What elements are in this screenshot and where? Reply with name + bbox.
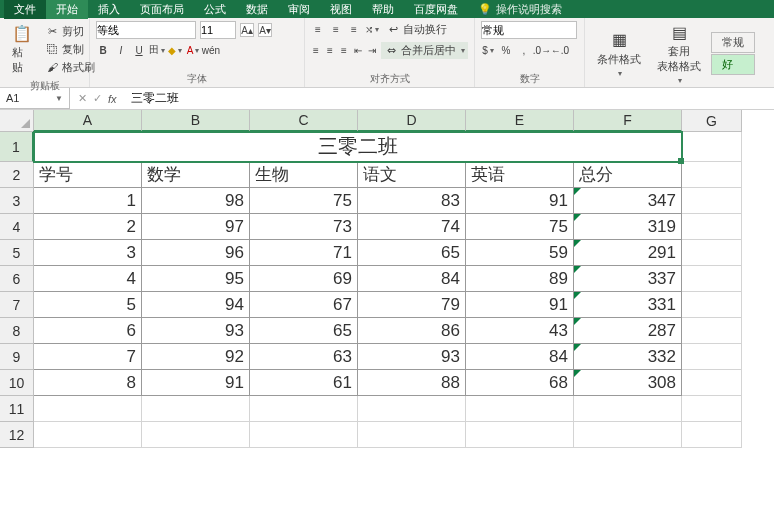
cell-D2[interactable]: 语文	[358, 162, 466, 188]
row-header-5[interactable]: 5	[0, 240, 34, 266]
cell-D7[interactable]: 79	[358, 292, 466, 318]
tab-百度网盘[interactable]: 百度网盘	[404, 0, 468, 19]
cell-E10[interactable]: 68	[466, 370, 574, 396]
cell-F9[interactable]: 332	[574, 344, 682, 370]
row-header-9[interactable]: 9	[0, 344, 34, 370]
cell-A8[interactable]: 6	[34, 318, 142, 344]
cell-E6[interactable]: 89	[466, 266, 574, 292]
increase-font-button[interactable]: A▴	[240, 23, 254, 37]
cell-E7[interactable]: 91	[466, 292, 574, 318]
cell-C11[interactable]	[250, 396, 358, 422]
cell-E5[interactable]: 59	[466, 240, 574, 266]
cell-B11[interactable]	[142, 396, 250, 422]
cell-D8[interactable]: 86	[358, 318, 466, 344]
column-header-C[interactable]: C	[250, 110, 358, 132]
cell-E2[interactable]: 英语	[466, 162, 574, 188]
row-header-6[interactable]: 6	[0, 266, 34, 292]
style-good[interactable]: 好	[711, 54, 755, 75]
cell-A1[interactable]: 三零二班	[34, 132, 682, 162]
cell-A3[interactable]: 1	[34, 188, 142, 214]
row-header-7[interactable]: 7	[0, 292, 34, 318]
phonetic-button[interactable]: wén	[204, 43, 218, 57]
paste-button[interactable]: 📋 粘贴	[6, 21, 38, 77]
column-header-D[interactable]: D	[358, 110, 466, 132]
cell-E8[interactable]: 43	[466, 318, 574, 344]
cell-G2[interactable]	[682, 162, 742, 188]
cell-A10[interactable]: 8	[34, 370, 142, 396]
cell-G11[interactable]	[682, 396, 742, 422]
name-box[interactable]: A1 ▼	[0, 88, 70, 109]
cell-D5[interactable]: 65	[358, 240, 466, 266]
cell-G9[interactable]	[682, 344, 742, 370]
bold-button[interactable]: B	[96, 43, 110, 57]
cell-F2[interactable]: 总分	[574, 162, 682, 188]
decrease-font-button[interactable]: A▾	[258, 23, 272, 37]
row-header-8[interactable]: 8	[0, 318, 34, 344]
cell-F10[interactable]: 308	[574, 370, 682, 396]
cell-E12[interactable]	[466, 422, 574, 448]
cell-C9[interactable]: 63	[250, 344, 358, 370]
tab-开始[interactable]: 开始	[46, 0, 88, 19]
fill-color-button[interactable]: ◆	[168, 43, 182, 57]
cell-E4[interactable]: 75	[466, 214, 574, 240]
cell-F3[interactable]: 347	[574, 188, 682, 214]
cell-C3[interactable]: 75	[250, 188, 358, 214]
cell-B3[interactable]: 98	[142, 188, 250, 214]
cell-C8[interactable]: 65	[250, 318, 358, 344]
column-header-B[interactable]: B	[142, 110, 250, 132]
cell-G6[interactable]	[682, 266, 742, 292]
format-as-table-button[interactable]: ▤套用 表格格式	[651, 20, 707, 87]
cell-C5[interactable]: 71	[250, 240, 358, 266]
column-header-G[interactable]: G	[682, 110, 742, 132]
font-color-button[interactable]: A	[186, 43, 200, 57]
tab-数据[interactable]: 数据	[236, 0, 278, 19]
cell-B8[interactable]: 93	[142, 318, 250, 344]
cell-F4[interactable]: 319	[574, 214, 682, 240]
tab-审阅[interactable]: 审阅	[278, 0, 320, 19]
font-name-combo[interactable]	[96, 21, 196, 39]
dec-decimal-button[interactable]: ←.0	[553, 43, 567, 57]
worksheet-grid[interactable]: ABCDEFG 1三零二班2学号数学生物语文英语总分31987583913474…	[0, 110, 774, 448]
conditional-format-button[interactable]: ▦条件格式	[591, 28, 647, 80]
italic-button[interactable]: I	[114, 43, 128, 57]
underline-button[interactable]: U	[132, 43, 146, 57]
align-right-button[interactable]: ≡	[339, 44, 349, 58]
row-header-2[interactable]: 2	[0, 162, 34, 188]
cell-B10[interactable]: 91	[142, 370, 250, 396]
percent-button[interactable]: %	[499, 43, 513, 57]
cell-F8[interactable]: 287	[574, 318, 682, 344]
cell-C2[interactable]: 生物	[250, 162, 358, 188]
tab-插入[interactable]: 插入	[88, 0, 130, 19]
merge-center-button[interactable]: ⇔合并后居中	[381, 42, 468, 59]
column-header-A[interactable]: A	[34, 110, 142, 132]
formula-input[interactable]	[125, 90, 774, 108]
comma-button[interactable]: ,	[517, 43, 531, 57]
tab-页面布局[interactable]: 页面布局	[130, 0, 194, 19]
cell-G3[interactable]	[682, 188, 742, 214]
cancel-icon[interactable]: ✕	[78, 92, 87, 105]
align-bottom-button[interactable]: ≡	[347, 23, 361, 37]
cell-C4[interactable]: 73	[250, 214, 358, 240]
indent-inc-button[interactable]: ⇥	[367, 44, 377, 58]
cell-C6[interactable]: 69	[250, 266, 358, 292]
cell-A12[interactable]	[34, 422, 142, 448]
cell-A6[interactable]: 4	[34, 266, 142, 292]
align-top-button[interactable]: ≡	[311, 23, 325, 37]
row-header-3[interactable]: 3	[0, 188, 34, 214]
tab-公式[interactable]: 公式	[194, 0, 236, 19]
cell-F6[interactable]: 337	[574, 266, 682, 292]
cell-D10[interactable]: 88	[358, 370, 466, 396]
column-header-F[interactable]: F	[574, 110, 682, 132]
orientation-button[interactable]: ⤭	[365, 23, 379, 37]
currency-button[interactable]: $	[481, 43, 495, 57]
row-header-12[interactable]: 12	[0, 422, 34, 448]
cell-A9[interactable]: 7	[34, 344, 142, 370]
row-header-11[interactable]: 11	[0, 396, 34, 422]
cell-D12[interactable]	[358, 422, 466, 448]
number-format-combo[interactable]	[481, 21, 577, 39]
inc-decimal-button[interactable]: .0→	[535, 43, 549, 57]
cell-G7[interactable]	[682, 292, 742, 318]
cell-B6[interactable]: 95	[142, 266, 250, 292]
enter-icon[interactable]: ✓	[93, 92, 102, 105]
cell-E9[interactable]: 84	[466, 344, 574, 370]
